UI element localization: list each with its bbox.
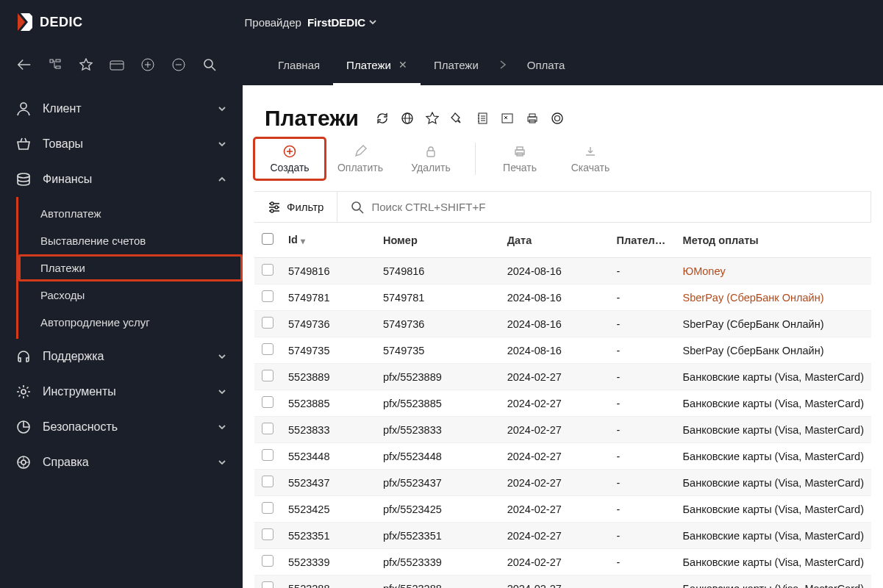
svg-rect-43 bbox=[427, 151, 435, 157]
svg-rect-34 bbox=[502, 114, 512, 123]
row-checkbox[interactable] bbox=[262, 370, 274, 381]
row-checkbox[interactable] bbox=[262, 290, 274, 302]
row-checkbox[interactable] bbox=[262, 449, 274, 461]
row-checkbox[interactable] bbox=[262, 581, 274, 588]
svg-point-50 bbox=[271, 202, 274, 205]
sidebar-sub-autorenew[interactable]: Автопродление услуг bbox=[18, 309, 243, 336]
col-header-payer[interactable]: Плател… bbox=[609, 223, 676, 258]
cell-payer: - bbox=[609, 549, 676, 576]
cell-method: SberPay (СберБанк Онлайн) bbox=[676, 284, 871, 311]
row-checkbox[interactable] bbox=[262, 317, 274, 329]
col-header-number[interactable]: Номер bbox=[376, 223, 500, 258]
cell-method: SberPay (СберБанк Онлайн) bbox=[676, 311, 871, 337]
filter-icon bbox=[268, 201, 281, 213]
col-header-method[interactable]: Метод оплаты bbox=[676, 223, 871, 258]
notes-icon[interactable] bbox=[475, 111, 490, 126]
row-checkbox[interactable] bbox=[262, 343, 274, 355]
sidebar-item-products[interactable]: Товары bbox=[0, 126, 243, 162]
table-row[interactable]: 574981657498162024-08-16-ЮMoney bbox=[254, 258, 871, 284]
svg-line-13 bbox=[212, 67, 215, 71]
sidebar-item-client[interactable]: Клиент bbox=[0, 91, 243, 126]
cell-payer: - bbox=[609, 258, 676, 284]
download-icon bbox=[583, 144, 598, 159]
download-button[interactable]: Скачать bbox=[555, 138, 626, 179]
cell-payer: - bbox=[609, 443, 676, 470]
table-row[interactable]: 5523351pfx/55233512024-02-27-Банковские … bbox=[254, 523, 871, 549]
col-header-date[interactable]: Дата bbox=[500, 223, 609, 258]
sidebar-item-label: Справка bbox=[43, 456, 89, 469]
table-row[interactable]: 5523885pfx/55238852024-02-27-Банковские … bbox=[254, 390, 871, 417]
row-checkbox[interactable] bbox=[262, 396, 274, 408]
sidebar-sub-autopay[interactable]: Автоплатеж bbox=[18, 200, 243, 227]
card-icon[interactable] bbox=[109, 57, 125, 73]
tree-icon[interactable] bbox=[47, 57, 63, 73]
globe-icon[interactable] bbox=[400, 111, 415, 126]
sidebar-sub-invoicing[interactable]: Выставление счетов bbox=[18, 227, 243, 254]
svg-point-19 bbox=[21, 460, 26, 465]
search-icon bbox=[351, 201, 364, 214]
star-icon[interactable] bbox=[78, 57, 94, 73]
row-checkbox[interactable] bbox=[262, 555, 274, 567]
tab-pay[interactable]: Оплата bbox=[514, 44, 579, 85]
action-label: Скачать bbox=[571, 162, 610, 173]
table-row[interactable]: 574978157497812024-08-16-SberPay (СберБа… bbox=[254, 284, 871, 311]
cell-date: 2024-02-27 bbox=[500, 443, 609, 470]
table-row[interactable]: 5523339pfx/55233392024-02-27-Банковские … bbox=[254, 549, 871, 576]
close-icon[interactable]: ✕ bbox=[398, 59, 407, 71]
search-input[interactable] bbox=[371, 201, 857, 213]
cell-method: Банковские карты (Visa, MasterCard) bbox=[676, 576, 871, 589]
search-icon[interactable] bbox=[201, 57, 218, 73]
row-checkbox[interactable] bbox=[262, 264, 274, 276]
chevron-down-icon bbox=[368, 18, 377, 26]
table-row[interactable]: 574973557497352024-08-16-SberPay (СберБа… bbox=[254, 337, 871, 364]
sidebar-item-finance[interactable]: Финансы bbox=[0, 162, 243, 197]
cell-number: pfx/5523448 bbox=[376, 443, 500, 470]
refresh-icon[interactable] bbox=[375, 111, 390, 126]
row-checkbox[interactable] bbox=[262, 528, 274, 540]
tab-payments-active[interactable]: Платежи ✕ bbox=[333, 44, 421, 85]
sidebar-item-security[interactable]: Безопасность bbox=[0, 409, 243, 445]
col-header-id[interactable]: Id▾ bbox=[281, 223, 376, 258]
action-label: Удалить bbox=[411, 162, 450, 173]
pay-button[interactable]: Оплатить bbox=[325, 138, 396, 179]
cell-method: Банковские карты (Visa, MasterCard) bbox=[676, 390, 871, 417]
cell-id: 5523288 bbox=[281, 576, 376, 589]
row-checkbox[interactable] bbox=[262, 502, 274, 514]
star-outline-icon[interactable] bbox=[425, 111, 440, 126]
target-icon[interactable] bbox=[550, 111, 565, 126]
logo-mark-icon bbox=[15, 12, 35, 32]
sidebar-sub-expenses[interactable]: Расходы bbox=[18, 282, 243, 309]
back-icon[interactable] bbox=[16, 57, 32, 73]
select-all-checkbox[interactable] bbox=[262, 233, 274, 245]
pin-icon[interactable] bbox=[450, 111, 465, 126]
delete-button[interactable]: Удалить bbox=[396, 138, 466, 179]
table-row[interactable]: 5523889pfx/55238892024-02-27-Банковские … bbox=[254, 364, 871, 390]
table-row[interactable]: 5523437pfx/55234372024-02-27-Банковские … bbox=[254, 470, 871, 496]
print-icon bbox=[512, 144, 527, 159]
table-row[interactable]: 5523448pfx/55234482024-02-27-Банковские … bbox=[254, 443, 871, 470]
plus-circle-icon[interactable] bbox=[140, 57, 156, 73]
print-button[interactable]: Печать bbox=[485, 138, 555, 179]
printer-icon[interactable] bbox=[525, 111, 540, 126]
create-button[interactable]: Создать bbox=[254, 138, 325, 179]
table-row[interactable]: 5523288pfx/55232882024-02-27-Банковские … bbox=[254, 576, 871, 589]
provider-name: FirstDEDIC bbox=[307, 16, 365, 29]
table-row[interactable]: 5523833pfx/55238332024-02-27-Банковские … bbox=[254, 417, 871, 443]
logo[interactable]: DEDIC bbox=[15, 12, 83, 32]
gear-icon bbox=[15, 383, 32, 401]
provider-selector[interactable]: Провайдер FirstDEDIC bbox=[245, 16, 378, 29]
tab-payments-2[interactable]: Платежи bbox=[421, 44, 492, 85]
image-x-icon[interactable] bbox=[500, 111, 515, 126]
sidebar-item-tools[interactable]: Инструменты bbox=[0, 374, 243, 409]
row-checkbox[interactable] bbox=[262, 423, 274, 434]
tab-home[interactable]: Главная bbox=[265, 44, 333, 85]
row-checkbox[interactable] bbox=[262, 476, 274, 487]
sidebar-item-help[interactable]: Справка bbox=[0, 445, 243, 480]
minus-circle-icon[interactable] bbox=[171, 57, 187, 73]
table-row[interactable]: 5523425pfx/55234252024-02-27-Банковские … bbox=[254, 496, 871, 523]
search-area[interactable] bbox=[337, 192, 871, 222]
table-row[interactable]: 574973657497362024-08-16-SberPay (СберБа… bbox=[254, 311, 871, 337]
sidebar-item-support[interactable]: Поддержка bbox=[0, 339, 243, 374]
sidebar-sub-payments[interactable]: Платежи bbox=[18, 254, 243, 282]
filter-button[interactable]: Фильтр bbox=[254, 192, 337, 222]
